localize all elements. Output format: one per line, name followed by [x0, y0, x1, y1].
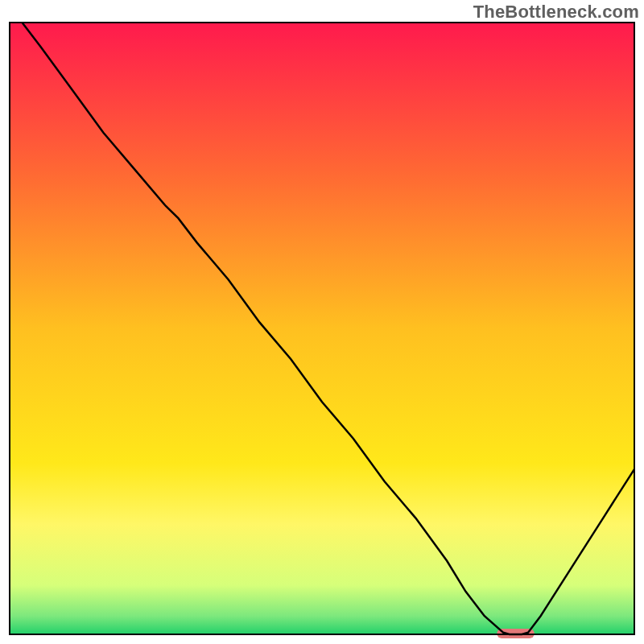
chart-container: TheBottleneck.com	[0, 0, 644, 644]
gradient-background	[10, 23, 634, 634]
bottleneck-plot	[0, 0, 644, 644]
watermark-text: TheBottleneck.com	[473, 2, 639, 23]
